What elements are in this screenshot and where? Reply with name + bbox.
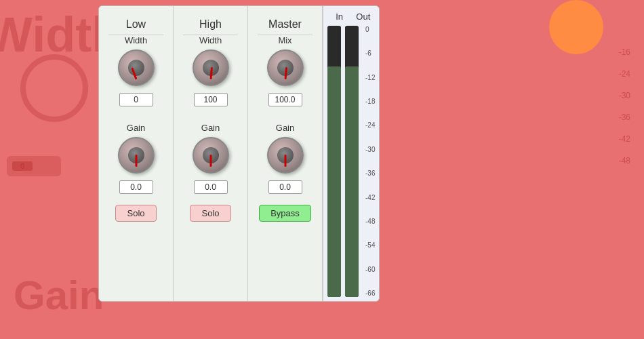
high-solo-button[interactable]: Solo — [190, 205, 230, 222]
master-gain-label: Gain — [276, 123, 294, 133]
scale-42: -42 — [365, 194, 375, 201]
master-bypass-button[interactable]: Bypass — [259, 205, 311, 222]
scale-0: 0 — [365, 26, 375, 33]
low-solo-button[interactable]: Solo — [115, 205, 156, 222]
low-width-knob[interactable] — [118, 49, 155, 86]
high-gain-knob[interactable] — [193, 137, 229, 174]
orange-circle-decor — [549, 0, 603, 54]
vu-out-label: Out — [355, 12, 372, 22]
scale-54: -54 — [365, 241, 375, 249]
low-header: Low — [108, 13, 163, 35]
master-header: Master — [258, 13, 313, 35]
high-gain-value[interactable]: 0.0 — [194, 180, 228, 194]
scale-12: -12 — [365, 74, 375, 81]
master-mix-section: Mix 100.0 — [267, 35, 304, 106]
low-width-value[interactable]: 0 — [119, 93, 153, 106]
vu-in-fill — [327, 66, 341, 297]
master-gain-knob[interactable] — [267, 137, 304, 174]
low-width-label: Width — [125, 35, 147, 45]
vu-in-label: In — [331, 12, 348, 22]
low-gain-value[interactable]: 0.0 — [119, 180, 153, 194]
scale-60: -60 — [365, 266, 375, 273]
high-width-value[interactable]: 100 — [194, 93, 228, 106]
low-gain-section: Gain 0.0 — [118, 123, 155, 194]
scale-18: -18 — [365, 98, 375, 105]
high-column: High Width 100 Gain — [174, 6, 248, 301]
vu-in-bar — [327, 26, 341, 297]
scale-66: -66 — [365, 290, 375, 297]
low-gain-label: Gain — [127, 123, 145, 133]
vu-out-fill — [345, 66, 359, 297]
scale-48: -48 — [365, 218, 375, 225]
master-gain-section: Gain 0.0 — [267, 123, 304, 194]
bg-scale-1: -16 — [619, 47, 630, 57]
high-gain-label: Gain — [201, 123, 220, 133]
vu-out-bar — [345, 26, 359, 297]
master-mix-knob[interactable] — [267, 49, 304, 86]
low-width-knob-center — [128, 60, 144, 76]
high-width-section: Width 100 — [193, 35, 229, 106]
master-mix-value[interactable]: 100.0 — [268, 93, 302, 106]
master-mix-label: Mix — [278, 35, 291, 45]
master-gain-value[interactable]: 0.0 — [268, 180, 302, 194]
bg-scale-4: -36 — [619, 113, 630, 122]
bg-scale-3: -30 — [619, 91, 630, 100]
high-gain-section: Gain 0.0 — [193, 123, 229, 194]
scale-6: -6 — [365, 49, 375, 57]
bg-scale-2: -24 — [619, 69, 630, 79]
bg-scale-5: -42 — [619, 134, 630, 144]
low-gain-knob[interactable] — [118, 137, 155, 174]
scale-30: -30 — [365, 146, 375, 153]
scale-36: -36 — [365, 170, 375, 177]
bg-scale-6: -48 — [619, 156, 630, 165]
high-header: High — [183, 13, 238, 35]
low-column: Low Width 0 Gain — [99, 6, 174, 301]
high-width-label: Width — [199, 35, 222, 45]
vu-meter-area: In Out 0 -6 — [323, 6, 379, 301]
scale-24: -24 — [365, 121, 375, 129]
low-width-section: Width 0 — [118, 35, 155, 106]
master-column: Master Mix 100.0 Gain — [248, 6, 323, 301]
high-width-knob[interactable] — [193, 49, 229, 86]
